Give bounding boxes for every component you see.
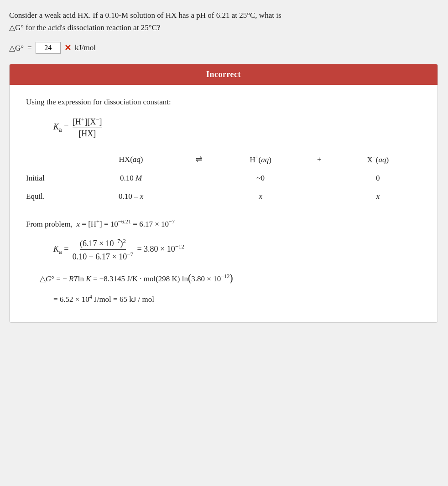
equil-hx: 0.10 – x — [82, 187, 181, 206]
ka-calc-denominator: 0.10 − 6.17 × 10−7 — [73, 250, 133, 262]
equil-xm: x — [335, 187, 421, 206]
reaction-header-row: HX(aq) ⇌ H+(aq) + X−(aq) — [26, 150, 421, 169]
plus-header: + — [304, 150, 335, 169]
delta-g-label: △G° — [9, 43, 24, 53]
arrow-header: ⇌ — [180, 150, 217, 169]
initial-plus — [304, 169, 335, 187]
equil-hp: x — [217, 187, 303, 206]
solution-box: Incorrect Using the expression for disso… — [9, 64, 438, 323]
initial-xm: 0 — [335, 169, 421, 187]
ka-label: Ka — [53, 122, 62, 131]
solution-header: Incorrect — [10, 64, 438, 85]
equals-sign: = — [27, 43, 32, 52]
ka-denominator: [HX] — [78, 128, 96, 139]
ka-fraction: [H+][X−] [HX] — [73, 116, 102, 139]
empty-header — [26, 150, 82, 169]
equil-plus — [304, 187, 335, 206]
question-line1: Consider a weak acid HX. If a 0.10-M sol… — [9, 9, 420, 21]
ka-calc-equals: = — [64, 244, 71, 253]
xminus-header: X−(aq) — [335, 150, 421, 169]
initial-arrow — [180, 169, 217, 187]
ka-expression: Ka = [H+][X−] [HX] — [53, 116, 421, 139]
equil-arrow — [180, 187, 217, 206]
ka-calc-fraction: (6.17 × 10−7)2 0.10 − 6.17 × 10−7 — [73, 238, 133, 262]
table-row-equil: Equil. 0.10 – x x x — [26, 187, 421, 206]
answer-row: △G° = ✕ kJ/mol — [9, 42, 439, 54]
ka-calc-result: = 3.80 × 10−12 — [137, 244, 184, 253]
ka-equals: = — [64, 122, 71, 131]
from-problem-line: From problem, x = [H+] = 10−6.21 = 6.17 … — [26, 217, 421, 231]
initial-hp: ~0 — [217, 169, 303, 187]
initial-label: Initial — [26, 169, 82, 187]
unit-label: kJ/mol — [75, 43, 96, 52]
hx-header: HX(aq) — [82, 150, 181, 169]
ka-calc-label: Ka — [53, 244, 62, 253]
ka-calc-numerator: (6.17 × 10−7)2 — [80, 238, 126, 250]
hplus-header: H+(aq) — [217, 150, 303, 169]
solution-intro: Using the expression for dissociation co… — [26, 98, 421, 107]
result-line: = 6.52 × 104 J/mol = 65 kJ / mol — [53, 294, 421, 304]
ka-calculation: Ka = (6.17 × 10−7)2 0.10 − 6.17 × 10−7 =… — [53, 238, 421, 262]
question-text: Consider a weak acid HX. If a 0.10-M sol… — [9, 9, 420, 34]
initial-hx: 0.10 M — [82, 169, 181, 187]
question-line2: △G° for the acid's dissociation reaction… — [9, 21, 420, 34]
equil-label: Equil. — [26, 187, 82, 206]
wrong-icon: ✕ — [64, 43, 71, 53]
reaction-table: HX(aq) ⇌ H+(aq) + X−(aq) Initial 0.10 M … — [26, 150, 421, 206]
delta-g-line: △G° = − RTln K = −8.3145 J/K · mol(298 K… — [40, 268, 421, 288]
answer-input[interactable] — [36, 42, 61, 54]
ka-numerator: [H+][X−] — [73, 116, 102, 128]
table-row-initial: Initial 0.10 M ~0 0 — [26, 169, 421, 187]
solution-body: Using the expression for dissociation co… — [10, 85, 438, 322]
